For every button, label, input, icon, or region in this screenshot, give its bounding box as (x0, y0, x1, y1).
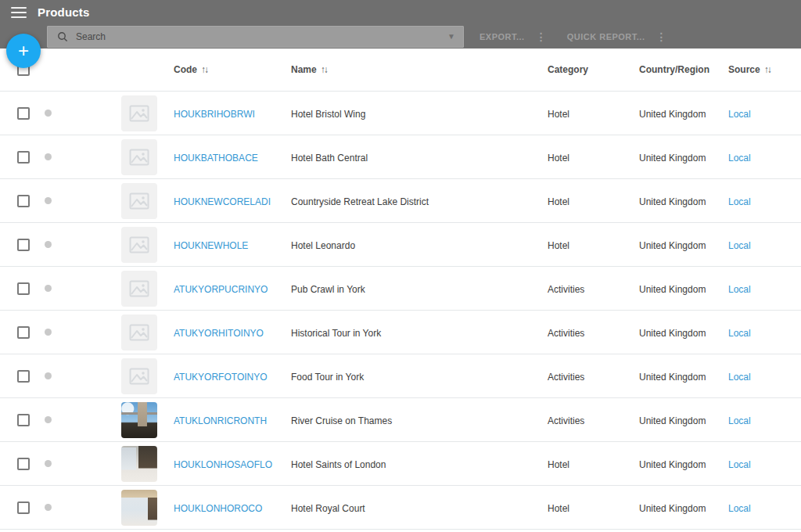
product-code-link[interactable]: ATUKLONRICRONTH (174, 415, 267, 426)
product-thumbnail[interactable] (121, 490, 157, 526)
product-code-link[interactable]: HOUKLONHOROCO (174, 503, 262, 514)
product-name: Hotel Saints of London (291, 459, 386, 470)
product-code-link[interactable]: HOUKNEWCORELADI (174, 196, 271, 207)
product-source-link[interactable]: Local (728, 109, 751, 120)
image-placeholder-icon (129, 279, 149, 299)
column-header-category: Category (548, 64, 639, 75)
product-source-link[interactable]: Local (728, 153, 751, 164)
product-code-link[interactable]: HOUKBATHOBACE (174, 153, 258, 164)
product-source-link[interactable]: Local (728, 328, 751, 339)
product-source-link[interactable]: Local (728, 196, 751, 207)
status-dot-icon (45, 504, 52, 511)
product-category: Hotel (548, 240, 569, 251)
product-country: United Kingdom (639, 196, 706, 207)
page-title: Products (38, 5, 90, 19)
product-category: Hotel (548, 503, 569, 514)
product-thumbnail[interactable] (121, 446, 157, 482)
table-row[interactable]: HOUKNEWCORELADI Countryside Retreat Lake… (0, 179, 801, 223)
table-row[interactable]: HOUKLONHOSAOFLO Hotel Saints of London H… (0, 442, 801, 486)
product-country: United Kingdom (639, 459, 706, 470)
row-checkbox[interactable] (17, 326, 30, 339)
product-name: Hotel Leonardo (291, 240, 355, 251)
product-country: United Kingdom (639, 240, 706, 251)
product-code-link[interactable]: ATUKYORPUCRINYO (174, 284, 268, 295)
sort-icon-code[interactable]: ↑↓ (201, 64, 207, 75)
product-source-link[interactable]: Local (728, 503, 751, 514)
product-source-link[interactable]: Local (728, 240, 751, 251)
product-name: Hotel Bristol Wing (291, 109, 365, 120)
row-checkbox[interactable] (17, 282, 30, 295)
product-name: Pub Crawl in York (291, 284, 365, 295)
row-checkbox[interactable] (17, 414, 30, 426)
table-row[interactable]: HOUKBRIHOBRWI Hotel Bristol Wing Hotel U… (0, 92, 801, 135)
search-dropdown-icon[interactable]: ▼ (440, 32, 463, 41)
export-overflow-icon[interactable]: ⋮ (536, 31, 547, 42)
add-product-button[interactable]: + (6, 34, 41, 68)
title-bar: Products (0, 0, 801, 24)
row-checkbox[interactable] (17, 370, 30, 383)
table-row[interactable]: ATUKLONRICRONTH River Cruise on Thames A… (0, 398, 801, 442)
product-country: United Kingdom (639, 415, 706, 426)
hamburger-menu-icon[interactable] (11, 7, 27, 18)
search-icon (57, 31, 68, 42)
quick-report-button[interactable]: QUICK REPORT... ⋮ (567, 31, 667, 42)
row-checkbox[interactable] (17, 239, 30, 251)
product-thumbnail[interactable] (121, 315, 157, 350)
table-row[interactable]: HOUKLONHOROCO Hotel Royal Court Hotel Un… (0, 486, 801, 530)
row-checkbox[interactable] (17, 501, 30, 514)
column-header-name[interactable]: Name ↑↓ (291, 64, 548, 75)
product-code-link[interactable]: ATUKYORFOTOINYO (174, 372, 268, 383)
product-thumbnail[interactable] (121, 402, 157, 438)
product-thumbnail[interactable] (121, 358, 157, 394)
product-category: Hotel (548, 153, 569, 164)
image-placeholder-icon (129, 103, 149, 124)
product-source-link[interactable]: Local (728, 284, 751, 295)
product-thumbnail[interactable] (121, 183, 157, 219)
product-category: Hotel (548, 459, 569, 470)
table-row[interactable]: ATUKYORPUCRINYO Pub Crawl in York Activi… (0, 267, 801, 311)
product-code-link[interactable]: ATUKYORHITOINYO (174, 328, 264, 339)
row-checkbox[interactable] (17, 151, 30, 164)
column-header-country: Country/Region (639, 64, 728, 75)
table-row[interactable]: HOUKBATHOBACE Hotel Bath Central Hotel U… (0, 135, 801, 179)
product-code-link[interactable]: HOUKNEWHOLE (174, 240, 248, 251)
status-dot-icon (45, 197, 52, 204)
sort-icon-name[interactable]: ↑↓ (321, 64, 327, 75)
status-dot-icon (45, 372, 52, 379)
product-code-link[interactable]: HOUKBRIHOBRWI (174, 109, 255, 120)
table-row[interactable]: HOUKNEWHOLE Hotel Leonardo Hotel United … (0, 223, 801, 267)
toolbar: ▼ EXPORT... ⋮ QUICK REPORT... ⋮ (0, 24, 801, 49)
product-thumbnail[interactable] (121, 227, 157, 263)
image-placeholder-icon (129, 322, 149, 343)
search-input[interactable] (76, 31, 440, 42)
product-thumbnail[interactable] (121, 139, 157, 175)
image-placeholder-icon (129, 191, 149, 211)
search-box[interactable]: ▼ (47, 26, 464, 48)
product-thumbnail[interactable] (121, 271, 157, 307)
table-header-row: Code ↑↓ Name ↑↓ Category Country/Region … (0, 49, 801, 92)
row-checkbox[interactable] (17, 107, 30, 120)
product-source-link[interactable]: Local (728, 372, 751, 383)
product-name: Hotel Bath Central (291, 153, 368, 164)
sort-icon-source[interactable]: ↑↓ (764, 64, 770, 75)
row-checkbox[interactable] (17, 195, 30, 207)
product-code-link[interactable]: HOUKLONHOSAOFLO (174, 459, 272, 470)
column-header-source[interactable]: Source ↑↓ (728, 64, 801, 75)
product-country: United Kingdom (639, 503, 706, 514)
image-placeholder-icon (129, 366, 149, 386)
product-source-link[interactable]: Local (728, 415, 751, 426)
product-name: Hotel Royal Court (291, 503, 365, 514)
product-country: United Kingdom (639, 328, 706, 339)
table-row[interactable]: ATUKYORHITOINYO Historical Tour in York … (0, 311, 801, 354)
quick-report-overflow-icon[interactable]: ⋮ (656, 31, 666, 42)
product-source-link[interactable]: Local (728, 459, 751, 470)
product-thumbnail[interactable] (121, 95, 157, 131)
table-row[interactable]: ATUKYORFOTOINYO Food Tour in York Activi… (0, 354, 801, 398)
column-header-code[interactable]: Code ↑↓ (174, 64, 291, 75)
product-category: Activities (548, 328, 584, 339)
status-dot-icon (45, 285, 52, 292)
row-checkbox[interactable] (17, 458, 30, 470)
image-placeholder-icon (129, 235, 149, 255)
export-button[interactable]: EXPORT... ⋮ (480, 31, 547, 42)
app-header: Products ▼ EXPORT... ⋮ QUICK REPORT... ⋮… (0, 0, 801, 49)
